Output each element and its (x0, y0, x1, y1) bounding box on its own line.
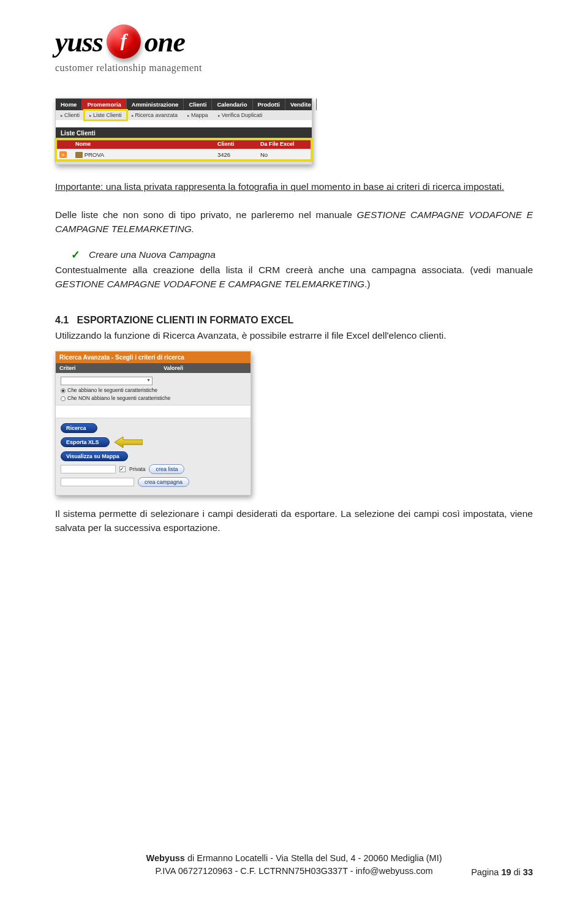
footer-line-1: Webyuss di Ermanno Locatelli - Via Stell… (0, 852, 588, 864)
folder-icon (75, 152, 83, 158)
ricerca-button[interactable]: Ricerca (61, 423, 97, 433)
col-valore: Valore/i (160, 363, 251, 373)
button-area: Ricerca Esporta XLS Visualizza su Mappa … (56, 418, 251, 495)
chevron-right-icon: ▸ (187, 113, 190, 118)
subnav-label: Mappa (191, 112, 208, 118)
subnav-label: Ricerca avanzata (135, 112, 178, 118)
subnav-label: Clienti (64, 112, 80, 118)
visualizza-mappa-button[interactable]: Visualizza su Mappa (61, 451, 128, 461)
nav-amministrazione[interactable]: Amministrazione (127, 99, 184, 110)
page-current: 19 (501, 867, 511, 877)
panel-title: Liste Clienti (56, 127, 312, 139)
row-from-excel: No (257, 149, 312, 160)
footer-company: Webyuss (146, 853, 184, 863)
bullet-creare-campagna: ✓ Creare una Nuova Campagna (71, 249, 533, 260)
subnav-ricerca-avanzata[interactable]: ▸Ricerca avanzata (127, 110, 183, 120)
p2-plain: Delle liste che non sono di tipo privato… (55, 209, 356, 220)
row-clients: 3426 (214, 149, 257, 160)
subnav-mappa[interactable]: ▸Mappa (183, 110, 213, 120)
col-clienti: Clienti (214, 139, 257, 149)
table-row[interactable]: > PROVA 3426 No (56, 149, 312, 160)
bullet-label: Creare una Nuova Campagna (89, 249, 216, 260)
esporta-xls-button[interactable]: Esporta XLS (61, 437, 110, 447)
col-blank (56, 139, 72, 149)
ricerca-avanzata-title: Ricerca Avanzata - Scegli i criteri di r… (56, 352, 251, 363)
page-total: 33 (523, 867, 533, 877)
page-number: Pagina 19 di 33 (471, 867, 533, 877)
svg-marker-0 (115, 437, 143, 448)
logo-text-right: one (145, 26, 185, 58)
col-da-file-excel: Da File Excel (257, 139, 312, 149)
subnav-clienti[interactable]: ▸Clienti (56, 110, 85, 120)
p3-tail: .) (364, 279, 370, 289)
chevron-right-icon: ▸ (89, 113, 92, 118)
privata-checkbox[interactable] (119, 466, 126, 472)
check-icon: ✓ (71, 249, 80, 260)
row-name-text: PROVA (85, 151, 105, 158)
privata-label: Privata (129, 466, 145, 472)
logo-text-left: yuss (55, 26, 103, 58)
subnav-liste-clienti[interactable]: ▸Liste Clienti (85, 110, 127, 120)
subnav-label: Verifica Duplicati (222, 112, 263, 118)
section-heading: 4.1 ESPORTAZIONE CLIENTI IN FORMATO EXCE… (55, 315, 533, 326)
heading-text: ESPORTAZIONE CLIENTI IN FORMATO EXCEL (77, 315, 294, 325)
paragraph-liste-private: Delle liste che non sono di tipo privato… (55, 208, 533, 236)
criteria-header: Criteri Valore/i (56, 363, 251, 373)
nav-vendite[interactable]: Vendite (285, 99, 317, 110)
logo: yuss one (55, 24, 533, 59)
logo-ball-icon (107, 24, 141, 59)
lista-name-input[interactable] (61, 465, 116, 473)
page-label-b: di (511, 867, 523, 877)
footer-address: di Ermanno Locatelli - Via Stella del Su… (185, 853, 442, 863)
nav-calendario[interactable]: Calendario (212, 99, 252, 110)
nav-prodotti[interactable]: Prodotti (253, 99, 285, 110)
radio-non-abbiano[interactable] (61, 396, 66, 401)
logo-tagline: customer relationship management (55, 62, 533, 73)
subnav-verifica-duplicati[interactable]: ▸Verifica Duplicati (213, 110, 268, 120)
paragraph-contestualmente: Contestualmente alla creazione della lis… (55, 263, 533, 292)
criteria-select[interactable] (61, 377, 153, 385)
paragraph-importante: Importante: una lista privata rappresent… (55, 179, 533, 194)
nav-clienti[interactable]: Clienti (184, 99, 212, 110)
subnav-label: Liste Clienti (93, 112, 122, 118)
radio-abbiano[interactable] (61, 388, 66, 393)
col-criteri: Criteri (56, 363, 160, 373)
sub-nav: ▸Clienti ▸Liste Clienti ▸Ricerca avanzat… (56, 110, 312, 120)
logo-block: yuss one customer relationship managemen… (55, 24, 533, 73)
col-nome: Nome (72, 139, 214, 149)
crea-lista-button[interactable]: crea lista (149, 464, 184, 474)
paragraph-utilizzando: Utilizzando la funzione di Ricerca Avanz… (55, 328, 533, 342)
paragraph-sistema-permette: Il sistema permette di selezionare i cam… (55, 507, 533, 535)
page-label-a: Pagina (471, 867, 501, 877)
arrow-icon (113, 436, 143, 448)
heading-number: 4.1 (55, 315, 69, 325)
row-name: PROVA (72, 149, 214, 160)
radio-non-abbiano-label: Che NON abbiano le seguenti caratteristi… (67, 395, 170, 401)
chevron-right-icon: ▸ (61, 113, 63, 118)
table-header: Nome Clienti Da File Excel (56, 139, 312, 149)
chevron-right-icon: ▸ (132, 113, 134, 118)
chevron-right-icon: ▸ (218, 113, 221, 118)
screenshot-liste-clienti: Home Promemoria Amministrazione Clienti … (55, 98, 312, 165)
crea-campagna-button[interactable]: crea campagna (138, 477, 189, 487)
screenshot-ricerca-avanzata: Ricerca Avanzata - Scegli i criteri di r… (55, 351, 251, 495)
filter-box: Che abbiano le seguenti caratteristiche … (56, 373, 251, 405)
highlighted-table: Nome Clienti Da File Excel > PROVA 3426 … (56, 139, 312, 160)
row-chip: > (56, 149, 72, 160)
expand-icon: > (59, 151, 67, 158)
main-nav: Home Promemoria Amministrazione Clienti … (56, 99, 312, 110)
nav-home[interactable]: Home (56, 99, 82, 110)
nav-promemoria[interactable]: Promemoria (82, 99, 126, 110)
p3-plain: Contestualmente alla creazione della lis… (55, 265, 533, 275)
p3-manual-name: GESTIONE CAMPAGNE VODAFONE E CAMPAGNE TE… (55, 279, 364, 289)
radio-abbiano-label: Che abbiano le seguenti caratteristiche (67, 387, 157, 393)
campagna-name-input[interactable] (61, 478, 134, 486)
